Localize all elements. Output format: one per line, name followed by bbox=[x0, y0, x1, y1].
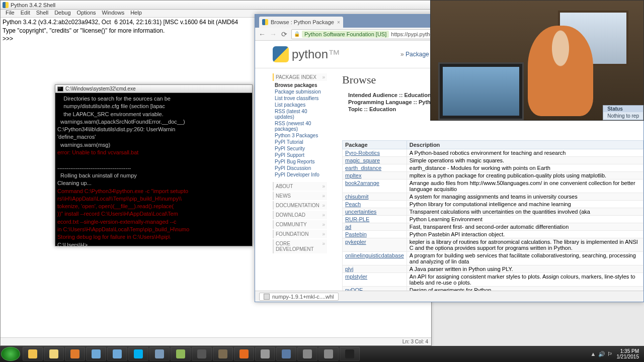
cmd-body[interactable]: Directories to search for the sources ca… bbox=[55, 93, 252, 251]
sidebar-item[interactable]: PyPI Developer Info bbox=[275, 171, 327, 178]
package-link[interactable]: onlinelinguisticdatabase bbox=[345, 252, 404, 258]
app3-icon[interactable] bbox=[149, 347, 170, 361]
package-link[interactable]: magic_square bbox=[345, 157, 380, 163]
tray-icons[interactable]: ▲🔊🏳 bbox=[590, 351, 614, 357]
app5-icon[interactable] bbox=[192, 347, 212, 361]
table-row: PeachPython library for computational in… bbox=[343, 201, 643, 208]
sidebar-group[interactable]: CORE DEVELOPMENT» bbox=[273, 239, 327, 253]
tab-title: Browse : Python Package bbox=[271, 19, 334, 25]
table-row: PastebinPython Pastebin API interaction … bbox=[343, 231, 643, 238]
python-shell-icon[interactable] bbox=[276, 347, 296, 361]
sidebar-item[interactable]: List trove classifiers bbox=[275, 95, 327, 102]
webcam-overlay: Status Nothing to rep bbox=[430, 0, 644, 121]
menu-edit[interactable]: Edit bbox=[18, 10, 33, 17]
menu-windows[interactable]: Windows bbox=[99, 10, 128, 17]
download-item[interactable]: numpy-1.9.1+mkl-c....whl bbox=[259, 293, 339, 301]
package-link[interactable]: Pastebin bbox=[345, 231, 367, 237]
table-row: adFast, transparent first- and second-or… bbox=[343, 223, 643, 231]
package-link[interactable]: Pyro-Robotics bbox=[345, 150, 380, 156]
package-link[interactable]: pyDOE bbox=[345, 287, 363, 291]
sidebar-item[interactable]: RSS (latest 40 updates) bbox=[275, 108, 327, 120]
explorer-icon[interactable] bbox=[44, 347, 64, 361]
menu-options[interactable]: Options bbox=[74, 10, 99, 17]
skype-icon[interactable] bbox=[128, 347, 148, 361]
menu-shell[interactable]: Shell bbox=[33, 10, 51, 17]
cmd-icon[interactable] bbox=[340, 347, 360, 361]
chrome-icon[interactable] bbox=[23, 347, 43, 361]
package-link[interactable]: RUR-PLE bbox=[345, 216, 369, 222]
package-link[interactable]: chisubmit bbox=[345, 194, 368, 200]
package-link[interactable]: mplstyler bbox=[345, 274, 367, 280]
clock[interactable]: 1:35 PM 1/21/2015 bbox=[617, 348, 639, 359]
app8-icon[interactable] bbox=[297, 347, 317, 361]
package-link[interactable]: uncertainties bbox=[345, 209, 376, 215]
sidebar-item[interactable]: List packages bbox=[275, 102, 327, 108]
col-description: Description bbox=[407, 141, 643, 149]
app6-icon[interactable] bbox=[213, 347, 233, 361]
media-icon[interactable] bbox=[65, 347, 85, 361]
package-desc: Design of experiments for Python bbox=[407, 287, 643, 291]
taskbar: ▲🔊🏳 1:35 PM 1/21/2015 bbox=[0, 346, 644, 362]
menu-file[interactable]: File bbox=[3, 10, 18, 17]
package-link[interactable]: book2arrange bbox=[345, 180, 379, 186]
tab-close-icon[interactable]: × bbox=[334, 20, 340, 25]
package-link[interactable]: ad bbox=[345, 224, 351, 230]
firefox-icon[interactable] bbox=[234, 347, 254, 361]
sidebar-header-package-index[interactable]: PACKAGE INDEX» bbox=[273, 73, 327, 81]
cmd-titlebar[interactable]: C:\Windows\system32\cmd.exe bbox=[55, 85, 252, 93]
idle-title: Python 3.4.2 Shell bbox=[11, 2, 55, 8]
sidebar-item[interactable]: RSS (newest 40 packages) bbox=[275, 120, 327, 132]
idle-titlebar[interactable]: Python 3.4.2 Shell bbox=[1, 1, 431, 10]
table-row: magic_squareSimple operations with magic… bbox=[343, 157, 643, 164]
reload-icon[interactable]: ⟳ bbox=[280, 30, 288, 38]
package-desc: An API for assigning consistent marker s… bbox=[407, 273, 643, 287]
package-desc: kepler is a library of routines for astr… bbox=[407, 238, 643, 252]
python-logo-icon bbox=[273, 46, 289, 62]
package-desc: A program for building web services that… bbox=[407, 252, 643, 265]
sidebar-item[interactable]: PyPI Discussion bbox=[275, 165, 327, 171]
cmd-title: C:\Windows\system32\cmd.exe bbox=[65, 86, 136, 92]
app9-icon[interactable] bbox=[318, 347, 339, 361]
sidebar-item[interactable]: PyPI Bug Reports bbox=[275, 158, 327, 165]
package-link[interactable]: pykepler bbox=[345, 239, 366, 245]
sidebar-item[interactable]: Python 3 Packages bbox=[275, 132, 327, 139]
app2-icon[interactable] bbox=[107, 347, 127, 361]
python-logo[interactable]: python™ bbox=[273, 46, 340, 62]
package-link[interactable]: plyj bbox=[345, 266, 354, 272]
app7-icon[interactable] bbox=[255, 347, 275, 361]
package-desc: Fast, transparent first- and second-orde… bbox=[407, 223, 643, 231]
package-link[interactable]: earth_distance bbox=[345, 165, 381, 171]
package-link[interactable]: Peach bbox=[345, 201, 361, 207]
table-row: RUR-PLEPython Learning Environment bbox=[343, 216, 643, 223]
chrome-tab[interactable]: Browse : Python Package × bbox=[259, 17, 343, 28]
app4-icon[interactable] bbox=[171, 347, 191, 361]
app1-icon[interactable] bbox=[86, 347, 106, 361]
sidebar-item[interactable]: PyPI Tutorial bbox=[275, 139, 327, 145]
secure-label: Python Software Foundation [US] bbox=[302, 31, 389, 38]
sidebar-group[interactable]: COMMUNITY» bbox=[273, 220, 327, 229]
menu-help[interactable]: Help bbox=[127, 10, 145, 17]
package-table: Package Description Pyro-RoboticsA Pytho… bbox=[342, 140, 643, 291]
package-link[interactable]: mpltex bbox=[345, 172, 361, 178]
sidebar-group[interactable]: DOWNLOAD» bbox=[273, 211, 327, 219]
package-desc: earth_distance - Modules for working wit… bbox=[407, 164, 643, 172]
sidebar-item[interactable]: PyPI Security bbox=[275, 145, 327, 152]
package-desc: Python library for computational intelli… bbox=[407, 201, 643, 208]
sidebar-item[interactable]: Package submission bbox=[275, 88, 327, 95]
table-row: Pyro-RoboticsA Python-based robotics env… bbox=[343, 149, 643, 157]
sidebar-item[interactable]: PyPI Support bbox=[275, 152, 327, 158]
sidebar-group[interactable]: NEWS» bbox=[273, 192, 327, 200]
sidebar-item[interactable]: Browse packages bbox=[275, 82, 327, 88]
back-icon[interactable]: ← bbox=[258, 30, 266, 38]
sidebar-group[interactable]: ABOUT» bbox=[273, 182, 327, 191]
sidebar-group[interactable]: DOCUMENTATION» bbox=[273, 201, 327, 210]
forward-icon[interactable]: → bbox=[269, 30, 277, 38]
cmd-icon bbox=[57, 86, 63, 92]
sidebar-group[interactable]: FOUNDATION» bbox=[273, 230, 327, 238]
menu-debug[interactable]: Debug bbox=[51, 10, 73, 17]
system-tray: ▲🔊🏳 1:35 PM 1/21/2015 bbox=[586, 348, 643, 359]
lock-icon: 🔒 bbox=[294, 31, 300, 37]
favicon-icon bbox=[262, 19, 268, 25]
start-button[interactable] bbox=[1, 347, 20, 361]
python-icon bbox=[3, 2, 9, 8]
